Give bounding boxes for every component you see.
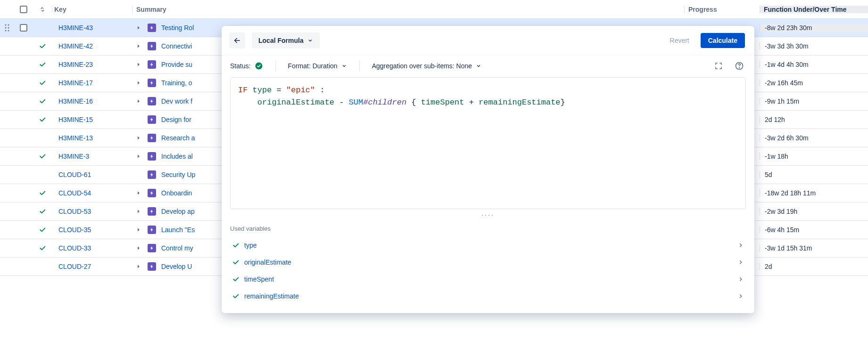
- expand-toggle[interactable]: [132, 98, 145, 104]
- variable-row[interactable]: remainingEstimate: [230, 288, 746, 305]
- func-value-cell: -6w 4h 15m: [760, 226, 868, 234]
- issue-type-cell: [145, 115, 158, 124]
- issue-key-link[interactable]: H3MINE-15: [58, 116, 93, 123]
- issue-key-link[interactable]: H3MINE-13: [58, 134, 93, 142]
- expand-toggle[interactable]: [132, 153, 145, 159]
- used-variables-title: Used variables: [230, 225, 746, 232]
- check-circle-icon: [255, 62, 263, 70]
- summary-link[interactable]: Provide su: [161, 61, 192, 68]
- func-value-cell: -18w 2d 18h 11m: [760, 189, 868, 197]
- issue-key-link[interactable]: H3MINE-17: [58, 79, 93, 87]
- summary-link[interactable]: Design for: [161, 116, 191, 123]
- summary-link[interactable]: Control my: [161, 244, 193, 252]
- drag-handle-icon[interactable]: [0, 24, 14, 32]
- chevron-right-icon: [136, 209, 141, 214]
- select-all-checkbox[interactable]: [20, 6, 27, 13]
- issue-key-link[interactable]: CLOUD-54: [58, 189, 91, 197]
- issue-key-link[interactable]: CLOUD-33: [58, 244, 91, 252]
- issue-key-link[interactable]: H3MINE-16: [58, 97, 93, 105]
- issue-type-cell: [145, 42, 158, 50]
- variable-row[interactable]: type: [230, 237, 746, 254]
- chevron-right-icon: [136, 264, 141, 269]
- summary-link[interactable]: Connectivi: [161, 42, 192, 50]
- summary-link[interactable]: Testing Rol: [161, 24, 194, 32]
- row-checkbox[interactable]: [14, 24, 33, 32]
- resize-handle[interactable]: ····: [222, 209, 754, 222]
- variable-row[interactable]: originalEstimate: [230, 254, 746, 271]
- svg-point-4: [5, 30, 7, 32]
- issue-key-cell: CLOUD-33: [52, 244, 132, 252]
- chevron-down-icon: [307, 38, 313, 43]
- epic-icon: [148, 60, 156, 69]
- col-checkbox-header[interactable]: [14, 6, 33, 13]
- expand-toggle[interactable]: [132, 190, 145, 196]
- issue-key-link[interactable]: CLOUD-53: [58, 208, 91, 215]
- check-icon: [39, 61, 46, 68]
- expand-toggle[interactable]: [132, 80, 145, 86]
- help-icon: [735, 61, 744, 71]
- help-button[interactable]: [734, 60, 745, 72]
- issue-key-link[interactable]: H3MINE-43: [58, 24, 93, 32]
- check-icon: [232, 242, 240, 249]
- issue-key-link[interactable]: CLOUD-27: [58, 263, 91, 270]
- summary-link[interactable]: Training, o: [161, 79, 192, 87]
- formula-editor[interactable]: IF type = "epic" : originalEstimate - SU…: [230, 77, 746, 209]
- calculate-button[interactable]: Calculate: [701, 33, 745, 48]
- issue-key-cell: H3MINE-42: [52, 42, 132, 50]
- chevron-right-icon: [136, 153, 141, 159]
- expand-toggle[interactable]: [132, 43, 145, 49]
- issue-key-link[interactable]: CLOUD-35: [58, 226, 91, 234]
- formula-title-dropdown[interactable]: Local Formula: [252, 32, 320, 48]
- arrow-left-icon: [233, 36, 241, 45]
- fullscreen-button[interactable]: [713, 60, 724, 72]
- func-value-cell: -3w 3d 3h 30m: [760, 42, 868, 50]
- chevron-right-icon: [136, 190, 141, 196]
- issue-type-cell: [145, 262, 158, 271]
- chevron-down-icon: [341, 63, 347, 69]
- func-value-cell: -3w 2d 6h 30m: [760, 134, 868, 142]
- summary-link[interactable]: Launch "Es: [161, 226, 195, 234]
- func-value-cell: -2w 3d 19h: [760, 208, 868, 215]
- swap-icon: [39, 6, 46, 13]
- func-value-cell: -1w 4d 4h 30m: [760, 61, 868, 68]
- summary-link[interactable]: Develop U: [161, 263, 192, 270]
- svg-point-86: [739, 68, 740, 68]
- expand-toggle[interactable]: [132, 62, 145, 67]
- summary-link[interactable]: Develop ap: [161, 208, 195, 215]
- issue-key-link[interactable]: H3MINE-42: [58, 42, 93, 50]
- expand-toggle[interactable]: [132, 264, 145, 269]
- expand-toggle[interactable]: [132, 245, 145, 251]
- status-icon-cell: [33, 116, 52, 123]
- format-dropdown[interactable]: Format: Duration: [288, 62, 347, 70]
- epic-icon: [148, 170, 156, 179]
- aggregation-dropdown[interactable]: Aggregation over sub-items: None: [372, 62, 481, 70]
- col-summary-header[interactable]: Summary: [132, 6, 684, 13]
- separator: [275, 61, 276, 71]
- expand-toggle[interactable]: [132, 227, 145, 233]
- summary-link[interactable]: Security Up: [161, 171, 195, 178]
- status-icon-cell: [33, 153, 52, 160]
- col-swap-header[interactable]: [33, 6, 52, 13]
- separator: [359, 61, 360, 71]
- col-progress-header[interactable]: Progress: [684, 6, 760, 13]
- summary-link[interactable]: Includes al: [161, 153, 193, 160]
- issue-key-link[interactable]: H3MINE-3: [58, 153, 89, 160]
- format-label: Format: Duration: [288, 62, 338, 70]
- issue-key-link[interactable]: H3MINE-23: [58, 61, 93, 68]
- col-func-header[interactable]: Function Under/Over Time: [760, 6, 868, 13]
- summary-link[interactable]: Research a: [161, 134, 195, 142]
- issue-key-cell: H3MINE-3: [52, 153, 132, 160]
- summary-link[interactable]: Dev work f: [161, 97, 192, 105]
- revert-button[interactable]: Revert: [665, 37, 694, 44]
- expand-toggle[interactable]: [132, 25, 145, 31]
- chevron-right-icon: [136, 135, 141, 141]
- expand-toggle[interactable]: [132, 135, 145, 141]
- variable-row[interactable]: timeSpent: [230, 271, 746, 288]
- expand-toggle[interactable]: [132, 209, 145, 214]
- status-icon-cell: [33, 244, 52, 252]
- back-button[interactable]: [229, 32, 245, 48]
- chevron-right-icon: [737, 276, 744, 282]
- col-key-header[interactable]: Key: [52, 6, 132, 13]
- issue-key-link[interactable]: CLOUD-61: [58, 171, 91, 178]
- summary-link[interactable]: Onboardin: [161, 189, 192, 197]
